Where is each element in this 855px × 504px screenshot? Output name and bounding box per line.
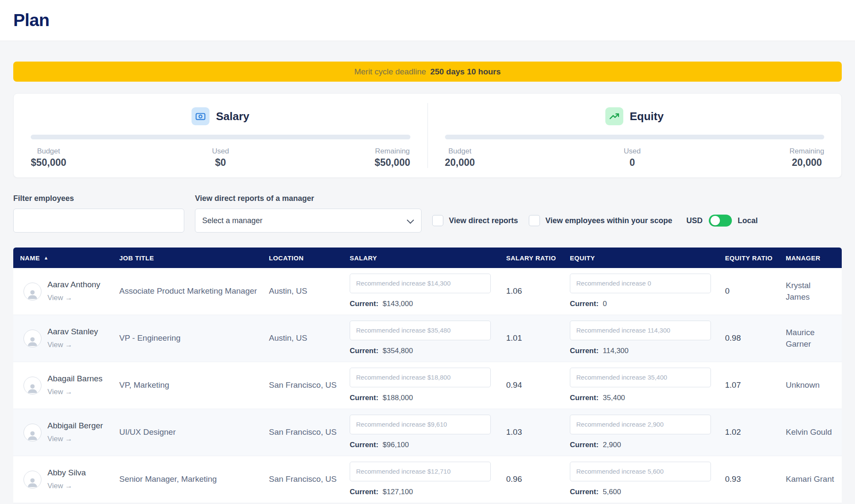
header-location[interactable]: Location <box>269 254 350 262</box>
salary-current-label: Current: <box>350 393 378 403</box>
equity-current-label: Current: <box>570 440 598 450</box>
salary-current-value: $354,800 <box>383 346 413 356</box>
equity-increase-input[interactable] <box>570 321 711 340</box>
manager-name: Unknown <box>786 380 842 391</box>
equity-increase-input[interactable] <box>570 274 711 293</box>
salary-ratio: 1.01 <box>506 333 570 344</box>
currency-toggle[interactable] <box>709 215 732 227</box>
avatar <box>24 283 41 301</box>
filter-employees-input[interactable] <box>13 209 184 233</box>
equity-current-value: 114,300 <box>603 346 628 356</box>
manager-select-label: View direct reports of a manager <box>195 194 422 203</box>
avatar <box>24 471 41 489</box>
salary-used-stat: Used $0 <box>212 147 229 168</box>
manager-name: Kelvin Gould <box>786 427 842 438</box>
location: Austin, US <box>269 333 350 344</box>
header-manager[interactable]: Manager <box>786 254 842 262</box>
salary-current-label: Current: <box>350 440 378 450</box>
salary-increase-input[interactable] <box>350 321 491 340</box>
header-equity[interactable]: Equity <box>570 254 725 262</box>
employee-name: Abagail Barnes <box>47 373 103 385</box>
table-row: Abby Silva View → Senior Manager, Market… <box>13 456 842 503</box>
view-employee-link[interactable]: View → <box>47 434 103 444</box>
location: San Francisco, US <box>269 427 350 438</box>
avatar <box>24 424 41 442</box>
equity-current-label: Current: <box>570 299 598 309</box>
salary-current-value: $96,100 <box>383 440 409 450</box>
salary-increase-input[interactable] <box>350 462 491 481</box>
header-job-title[interactable]: Job title <box>119 254 269 262</box>
trending-up-icon <box>605 107 623 125</box>
header-salary-ratio[interactable]: Salary ratio <box>506 254 570 262</box>
view-scope-checkbox[interactable] <box>529 215 540 226</box>
view-direct-reports-option: View direct reports <box>432 209 518 233</box>
location: San Francisco, US <box>269 380 350 391</box>
salary-current-label: Current: <box>350 299 378 309</box>
salary-progress-bar <box>31 135 410 139</box>
equity-budget-stat: Budget 20,000 <box>445 147 475 168</box>
view-direct-reports-checkbox[interactable] <box>432 215 443 226</box>
equity-ratio: 0.98 <box>725 333 786 344</box>
toggle-knob <box>711 216 720 225</box>
salary-remaining-stat: Remaining $50,000 <box>374 147 410 168</box>
table-row: Abbigail Berger View → UI/UX Designer Sa… <box>13 409 842 456</box>
salary-ratio: 0.94 <box>506 380 570 391</box>
equity-progress-bar <box>445 135 825 139</box>
equity-budget-panel: Equity Budget 20,000 Used 0 Remaining 20… <box>428 94 842 177</box>
job-title: Associate Product Marketing Manager <box>119 286 269 297</box>
salary-budget-panel: Salary Budget $50,000 Used $0 Remaining … <box>14 94 428 177</box>
equity-ratio: 1.02 <box>725 427 786 438</box>
employees-table: Name ▲ Job title Location Salary Salary … <box>13 248 842 503</box>
salary-ratio: 0.96 <box>506 474 570 485</box>
equity-increase-input[interactable] <box>570 368 711 387</box>
view-employee-link[interactable]: View → <box>47 387 103 397</box>
salary-increase-input[interactable] <box>350 415 491 434</box>
employee-name: Aarav Stanley <box>47 326 98 338</box>
filter-employees-label: Filter employees <box>13 194 184 203</box>
equity-current-label: Current: <box>570 393 598 403</box>
page-title: Plan <box>13 10 50 30</box>
employee-name: Abby Silva <box>47 467 86 479</box>
equity-current-value: 5,600 <box>603 487 621 497</box>
salary-ratio: 1.03 <box>506 427 570 438</box>
job-title: VP - Engineering <box>119 333 269 344</box>
view-employee-link[interactable]: View → <box>47 293 100 303</box>
header-name[interactable]: Name ▲ <box>20 254 119 262</box>
salary-increase-input[interactable] <box>350 274 491 293</box>
salary-ratio: 1.06 <box>506 286 570 297</box>
equity-current-value: 0 <box>603 299 607 309</box>
employee-name: Abbigail Berger <box>47 420 103 432</box>
location: San Francisco, US <box>269 474 350 485</box>
local-label: Local <box>738 216 758 225</box>
salary-current-label: Current: <box>350 346 378 356</box>
view-direct-reports-label: View direct reports <box>449 216 518 225</box>
salary-title: Salary <box>216 110 249 123</box>
budget-summary-card: Salary Budget $50,000 Used $0 Remaining … <box>13 93 842 178</box>
table-row: Aarav Anthony View → Associate Product M… <box>13 268 842 315</box>
equity-increase-input[interactable] <box>570 415 711 434</box>
header-equity-ratio[interactable]: Equity ratio <box>725 254 786 262</box>
equity-current-value: 2,900 <box>603 440 621 450</box>
view-employee-link[interactable]: View → <box>47 481 86 491</box>
equity-ratio: 0.93 <box>725 474 786 485</box>
location: Austin, US <box>269 286 350 297</box>
job-title: UI/UX Designer <box>119 427 269 438</box>
header-salary[interactable]: Salary <box>350 254 506 262</box>
merit-deadline-banner: Merit cycle deadline 250 days 10 hours <box>13 62 842 82</box>
salary-current-value: $188,000 <box>383 393 413 403</box>
equity-current-value: 35,400 <box>603 393 625 403</box>
table-body: Aarav Anthony View → Associate Product M… <box>13 268 842 503</box>
view-scope-label: View employees within your scope <box>545 216 672 225</box>
sort-ascending-icon: ▲ <box>44 255 48 260</box>
manager-name: Maurice Garner <box>786 327 842 350</box>
salary-increase-input[interactable] <box>350 368 491 387</box>
manager-select[interactable]: Select a manager <box>195 209 422 233</box>
banknote-icon <box>192 107 209 125</box>
view-scope-option: View employees within your scope <box>529 209 672 233</box>
equity-increase-input[interactable] <box>570 462 711 481</box>
page-header: Plan <box>0 0 855 41</box>
view-employee-link[interactable]: View → <box>47 340 98 350</box>
employee-name: Aarav Anthony <box>47 279 100 291</box>
salary-current-value: $127,100 <box>383 487 413 497</box>
salary-budget-stat: Budget $50,000 <box>31 147 66 168</box>
